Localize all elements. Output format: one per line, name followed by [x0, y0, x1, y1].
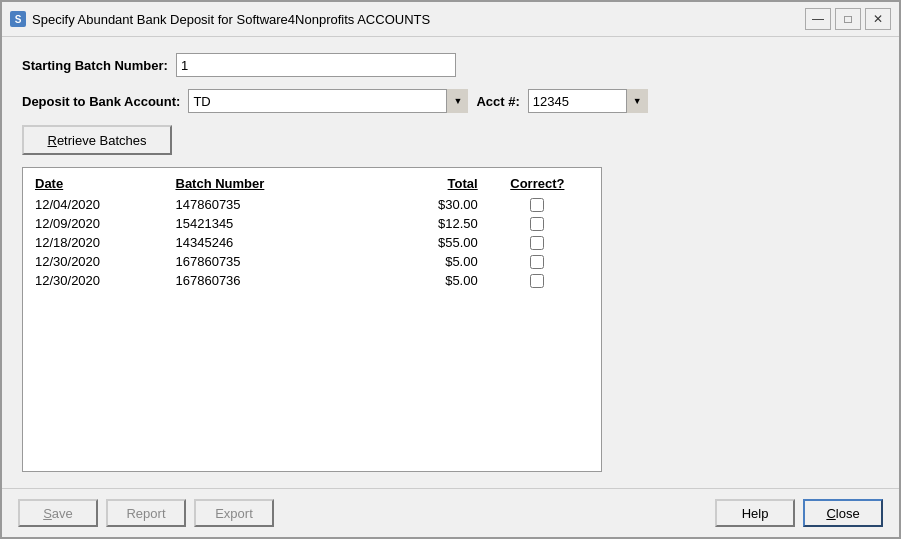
- minimize-button[interactable]: —: [805, 8, 831, 30]
- help-label: Help: [742, 506, 769, 521]
- save-button[interactable]: Save: [18, 499, 98, 527]
- cell-correct: [484, 214, 593, 233]
- table-row: 12/30/2020167860735$5.00: [31, 252, 593, 271]
- cell-total: $55.00: [359, 233, 484, 252]
- correct-checkbox[interactable]: [530, 217, 544, 231]
- deposit-bank-row: Deposit to Bank Account: TD ▼ Acct #: 12…: [22, 89, 879, 113]
- titlebar: S Specify Abundant Bank Deposit for Soft…: [2, 2, 899, 37]
- correct-checkbox-wrapper: [488, 217, 587, 231]
- save-underline-char: S: [43, 506, 52, 521]
- batch-number-row: Starting Batch Number:: [22, 53, 879, 77]
- dialog-close-button[interactable]: Close: [803, 499, 883, 527]
- starting-batch-input[interactable]: [176, 53, 456, 77]
- titlebar-left: S Specify Abundant Bank Deposit for Soft…: [10, 11, 430, 27]
- retrieve-underline-char: R: [48, 133, 57, 148]
- retrieve-btn-row: Retrieve Batches: [22, 125, 879, 155]
- batches-table-container: Date Batch Number Total Correct? 12/04/2…: [22, 167, 602, 472]
- acct-number-select[interactable]: 12345: [528, 89, 648, 113]
- cell-date: 12/09/2020: [31, 214, 172, 233]
- col-header-total: Total: [359, 174, 484, 195]
- correct-checkbox[interactable]: [530, 198, 544, 212]
- cell-date: 12/18/2020: [31, 233, 172, 252]
- close-underline-char: C: [826, 506, 835, 521]
- cell-correct: [484, 252, 593, 271]
- export-button[interactable]: Export: [194, 499, 274, 527]
- batches-table: Date Batch Number Total Correct? 12/04/2…: [31, 174, 593, 290]
- deposit-bank-label: Deposit to Bank Account:: [22, 94, 180, 109]
- correct-checkbox-wrapper: [488, 198, 587, 212]
- report-label: Report: [126, 506, 165, 521]
- correct-checkbox-wrapper: [488, 236, 587, 250]
- export-label: Export: [215, 506, 253, 521]
- starting-batch-label: Starting Batch Number:: [22, 58, 168, 73]
- col-header-correct: Correct?: [484, 174, 593, 195]
- correct-checkbox[interactable]: [530, 236, 544, 250]
- col-header-date: Date: [31, 174, 172, 195]
- titlebar-controls: — □ ✕: [805, 8, 891, 30]
- close-button[interactable]: ✕: [865, 8, 891, 30]
- correct-checkbox[interactable]: [530, 255, 544, 269]
- cell-batch: 14345246: [172, 233, 359, 252]
- acct-section: Acct #: 12345 ▼: [476, 89, 647, 113]
- cell-total: $30.00: [359, 195, 484, 214]
- main-window: S Specify Abundant Bank Deposit for Soft…: [0, 0, 901, 539]
- cell-batch: 167860736: [172, 271, 359, 290]
- table-row: 12/30/2020167860736$5.00: [31, 271, 593, 290]
- correct-checkbox-wrapper: [488, 255, 587, 269]
- retrieve-btn-suffix: etrieve Batches: [57, 133, 147, 148]
- app-icon: S: [10, 11, 26, 27]
- cell-batch: 147860735: [172, 195, 359, 214]
- table-row: 12/18/202014345246$55.00: [31, 233, 593, 252]
- cell-total: $5.00: [359, 271, 484, 290]
- cell-total: $5.00: [359, 252, 484, 271]
- help-button[interactable]: Help: [715, 499, 795, 527]
- footer-right-buttons: Help Close: [715, 499, 883, 527]
- cell-correct: [484, 271, 593, 290]
- table-row: 12/09/202015421345$12.50: [31, 214, 593, 233]
- bank-select-wrapper: TD ▼: [188, 89, 468, 113]
- cell-correct: [484, 233, 593, 252]
- correct-checkbox-wrapper: [488, 274, 587, 288]
- acct-select-wrapper: 12345 ▼: [528, 89, 648, 113]
- cell-batch: 15421345: [172, 214, 359, 233]
- dialog-content: Starting Batch Number: Deposit to Bank A…: [2, 37, 899, 488]
- cell-date: 12/30/2020: [31, 252, 172, 271]
- maximize-button[interactable]: □: [835, 8, 861, 30]
- cell-total: $12.50: [359, 214, 484, 233]
- table-row: 12/04/2020147860735$30.00: [31, 195, 593, 214]
- cell-date: 12/30/2020: [31, 271, 172, 290]
- col-header-batch: Batch Number: [172, 174, 359, 195]
- cell-correct: [484, 195, 593, 214]
- retrieve-batches-button[interactable]: Retrieve Batches: [22, 125, 172, 155]
- bank-account-select[interactable]: TD: [188, 89, 468, 113]
- footer: Save Report Export Help Close: [2, 488, 899, 537]
- cell-batch: 167860735: [172, 252, 359, 271]
- correct-checkbox[interactable]: [530, 274, 544, 288]
- report-button[interactable]: Report: [106, 499, 186, 527]
- footer-left-buttons: Save Report Export: [18, 499, 274, 527]
- acct-label: Acct #:: [476, 94, 519, 109]
- cell-date: 12/04/2020: [31, 195, 172, 214]
- window-title: Specify Abundant Bank Deposit for Softwa…: [32, 12, 430, 27]
